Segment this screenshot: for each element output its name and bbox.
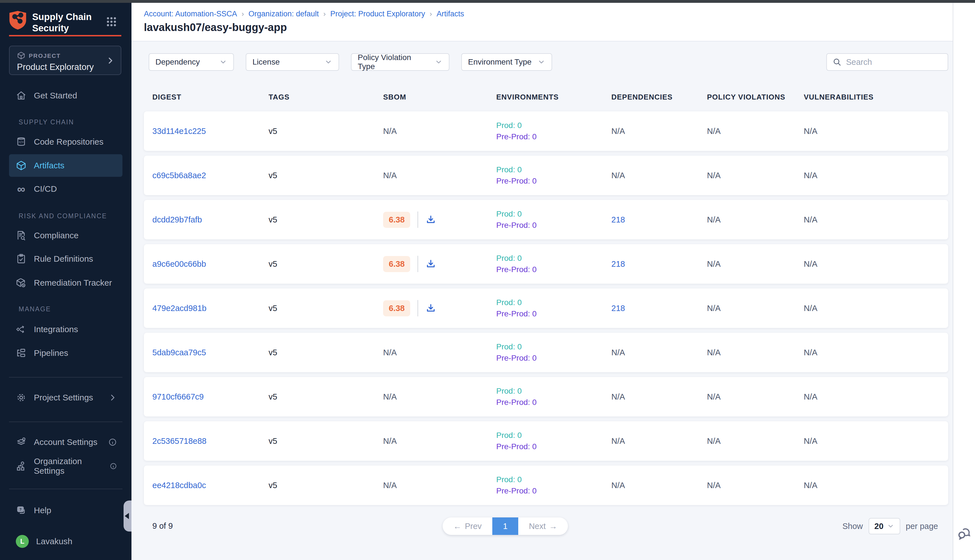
document-search-icon xyxy=(16,230,27,241)
preprod-count: Pre-Prod: 0 xyxy=(496,132,611,141)
page-header: Account: Automation-SSCA › Organization:… xyxy=(132,3,953,42)
sidebar-divider xyxy=(9,422,122,422)
chevron-right-icon xyxy=(109,393,117,402)
policy-violations-cell: N/A xyxy=(707,304,804,313)
sidebar-collapse-handle[interactable] xyxy=(124,500,132,532)
vulnerabilities-cell: N/A xyxy=(804,304,948,313)
dependency-filter-select[interactable]: Dependency xyxy=(149,53,234,71)
environments-cell: Prod: 0 Pre-Prod: 0 xyxy=(496,475,611,495)
digest-link[interactable]: a9c6e00c66bb xyxy=(152,259,269,269)
user-menu[interactable]: L Lavakush xyxy=(9,530,122,553)
environments-cell: Prod: 0 Pre-Prod: 0 xyxy=(496,254,611,274)
table-header-row: DIGEST TAGS SBOM ENVIRONMENTS DEPENDENCI… xyxy=(144,90,948,104)
prod-count: Prod: 0 xyxy=(496,387,611,396)
download-icon xyxy=(426,258,436,269)
vulnerabilities-cell: N/A xyxy=(804,437,948,446)
sbom-cell: N/A xyxy=(383,437,496,446)
prod-count: Prod: 0 xyxy=(496,431,611,440)
policy-violation-type-filter-select[interactable]: Policy Violation Type xyxy=(351,53,449,71)
search-input[interactable] xyxy=(846,58,942,67)
app-switcher-grid-icon[interactable] xyxy=(105,16,117,28)
sbom-download-button[interactable] xyxy=(426,258,436,269)
digest-link[interactable]: c69c5b6a8ae2 xyxy=(152,171,269,180)
next-page-button[interactable]: Next → xyxy=(518,517,568,535)
page-size-select[interactable]: 20 xyxy=(869,518,900,534)
preprod-count: Pre-Prod: 0 xyxy=(496,353,611,363)
table-row: 2c5365718e88 v5 N/A Prod: 0 Pre-Prod: 0 … xyxy=(144,421,948,461)
breadcrumb-account-link[interactable]: Account: Automation-SSCA xyxy=(144,10,237,18)
digest-link[interactable]: 33d114e1c225 xyxy=(152,127,269,136)
digest-link[interactable]: 5dab9caa79c5 xyxy=(152,348,269,357)
tag-cell: v5 xyxy=(269,215,383,225)
sidebar-item-organization-settings[interactable]: Organization Settings xyxy=(9,455,122,477)
sidebar-item-cicd[interactable]: ∞ CI/CD xyxy=(9,178,122,200)
sbom-divider xyxy=(417,300,418,317)
breadcrumb-project-link[interactable]: Project: Product Exploratory xyxy=(331,10,425,18)
breadcrumb-artifacts-link[interactable]: Artifacts xyxy=(437,10,464,18)
sidebar-item-pipelines[interactable]: Pipelines xyxy=(9,342,122,364)
chevron-down-icon xyxy=(435,58,442,66)
sidebar-item-integrations[interactable]: Integrations xyxy=(9,318,122,341)
chevron-right-icon xyxy=(106,57,115,65)
table-row: c69c5b6a8ae2 v5 N/A Prod: 0 Pre-Prod: 0 … xyxy=(144,156,948,195)
help-chat-icon: ? xyxy=(16,505,27,516)
dependencies-link[interactable]: 218 xyxy=(611,304,707,313)
tag-cell: v5 xyxy=(269,392,383,402)
section-label-risk-and-compliance: RISK AND COMPLIANCE xyxy=(18,212,107,220)
policy-violations-cell: N/A xyxy=(707,171,804,180)
prod-count: Prod: 0 xyxy=(496,165,611,174)
digest-link[interactable]: dcdd29b7fafb xyxy=(152,215,269,225)
sbom-cell: N/A xyxy=(383,171,496,180)
digest-link[interactable]: 2c5365718e88 xyxy=(152,437,269,446)
digest-link[interactable]: 479e2acd981b xyxy=(152,304,269,313)
sidebar-item-label: Integrations xyxy=(34,325,78,334)
project-selector-label: PROJECT xyxy=(29,52,61,59)
sidebar-divider xyxy=(9,489,122,489)
environment-type-filter-select[interactable]: Environment Type xyxy=(461,53,552,71)
preprod-count: Pre-Prod: 0 xyxy=(496,442,611,451)
table-row: ee4218cdba0c v5 N/A Prod: 0 Pre-Prod: 0 … xyxy=(144,465,948,505)
table-row: 33d114e1c225 v5 N/A Prod: 0 Pre-Prod: 0 … xyxy=(144,112,948,151)
environments-cell: Prod: 0 Pre-Prod: 0 xyxy=(496,387,611,407)
sbom-cell: 6.38 xyxy=(383,256,496,272)
show-label: Show xyxy=(842,522,863,531)
prev-page-button[interactable]: ← Prev xyxy=(442,517,492,535)
sidebar-item-rule-definitions[interactable]: Rule Definitions xyxy=(9,248,122,270)
pagination-control: ← Prev 1 Next → xyxy=(442,517,568,535)
sidebar-item-project-settings[interactable]: Project Settings xyxy=(9,386,122,409)
column-header-policy-violations: POLICY VIOLATIONS xyxy=(707,93,804,102)
digest-link[interactable]: ee4218cdba0c xyxy=(152,481,269,490)
sidebar-item-get-started[interactable]: Get Started xyxy=(9,84,122,107)
digest-link[interactable]: 9710cf6667c9 xyxy=(152,392,269,402)
sidebar-item-account-settings[interactable]: Account Settings xyxy=(9,431,122,453)
current-page-button[interactable]: 1 xyxy=(492,517,518,535)
sidebar-item-code-repositories[interactable]: </> Code Repositories xyxy=(9,130,122,153)
dependencies-link[interactable]: 218 xyxy=(611,215,707,225)
sidebar-item-compliance[interactable]: Compliance xyxy=(9,224,122,247)
sbom-download-button[interactable] xyxy=(426,303,436,313)
window-top-edge xyxy=(0,0,975,3)
breadcrumb-separator: › xyxy=(323,10,326,18)
dependencies-link[interactable]: 218 xyxy=(611,259,707,269)
sidebar-item-label: Compliance xyxy=(34,231,78,240)
account-layers-icon xyxy=(16,437,27,447)
breadcrumb-organization-link[interactable]: Organization: default xyxy=(249,10,319,18)
license-filter-select[interactable]: License xyxy=(246,53,339,71)
table-row: 479e2acd981b v5 6.38 Prod: 0 Pre-Prod: 0… xyxy=(144,288,948,328)
remediation-box-icon xyxy=(16,277,27,288)
sidebar-item-help[interactable]: ? Help xyxy=(9,499,122,522)
clipboard-check-icon xyxy=(16,253,27,264)
chevron-down-icon xyxy=(219,58,227,66)
tag-cell: v5 xyxy=(269,304,383,313)
feedback-chat-icon[interactable] xyxy=(957,527,972,542)
project-selector[interactable]: PROJECT Product Exploratory xyxy=(9,46,121,75)
chevron-down-icon xyxy=(538,58,545,66)
preprod-count: Pre-Prod: 0 xyxy=(496,265,611,274)
app-title: Supply Chain Security xyxy=(32,11,97,34)
filter-bar: Dependency License Policy Violation Type… xyxy=(149,53,552,71)
prod-count: Prod: 0 xyxy=(496,342,611,351)
sidebar-item-artifacts[interactable]: Artifacts xyxy=(9,154,122,177)
vulnerabilities-cell: N/A xyxy=(804,215,948,225)
sidebar-item-remediation-tracker[interactable]: Remediation Tracker xyxy=(9,272,122,294)
sbom-download-button[interactable] xyxy=(426,214,436,225)
